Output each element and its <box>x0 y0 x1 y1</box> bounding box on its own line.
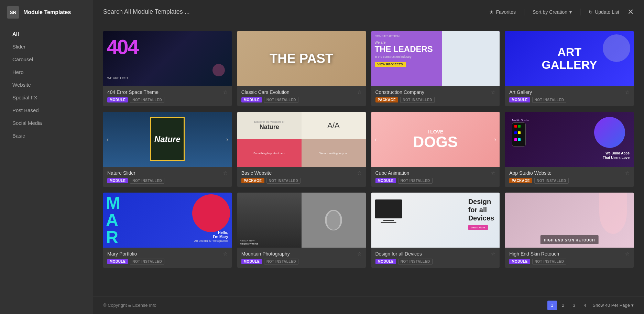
close-button[interactable]: ✕ <box>627 8 634 16</box>
card-title-row: Art Gallery ☆ <box>509 89 630 95</box>
card-art-gallery[interactable]: ARTGALLERY Art Gallery ☆ MODULE NOT INST… <box>505 31 634 106</box>
card-tags: MODULE NOT INSTALLED <box>107 259 228 264</box>
card-construction[interactable]: Construction We are THE LEADERS in the c… <box>371 31 500 106</box>
card-favorite-icon[interactable]: ☆ <box>625 251 630 257</box>
card-info-cube: Cube Animation ☆ MODULE NOT INSTALLED <box>371 167 500 187</box>
not-installed-tag: NOT INSTALLED <box>534 178 569 184</box>
card-classic-cars[interactable]: THE PAST Classic Cars Evolution ☆ MODULE… <box>237 31 366 106</box>
page-1-button[interactable]: 1 <box>547 301 557 310</box>
card-favorite-icon[interactable]: ☆ <box>223 170 228 176</box>
pagination: 1 2 3 4 <box>547 301 590 310</box>
copyright-link[interactable]: © Copyright & License Info <box>103 303 156 308</box>
main-panel: Search All Module Templates ... ★ Favori… <box>93 0 644 314</box>
not-installed-tag: NOT INSTALLED <box>130 259 164 264</box>
update-button[interactable]: ↻ Update List <box>589 9 619 15</box>
card-404-error[interactable]: 404 We Are Lost 404 Error Space Theme ☆ … <box>103 31 232 106</box>
card-favorite-icon[interactable]: ☆ <box>357 170 362 176</box>
sidebar-item-website[interactable]: Website <box>0 78 93 91</box>
sr-logo: SR <box>7 6 19 19</box>
card-tags: MODULE NOT INSTALLED <box>375 178 496 184</box>
card-info-404: 404 Error Space Theme ☆ MODULE NOT INSTA… <box>103 86 232 106</box>
sidebar-header: SR Module Templates <box>0 0 93 25</box>
card-title: Mountain Photography <box>241 251 290 257</box>
module-tag: MODULE <box>375 178 396 183</box>
not-installed-tag: NOT INSTALLED <box>398 259 433 264</box>
card-title-row: Nature Slider ☆ <box>107 170 228 176</box>
card-title-row: Design for all Devices ☆ <box>375 251 496 257</box>
module-tag: MODULE <box>107 259 128 264</box>
card-favorite-icon[interactable]: ☆ <box>625 170 630 176</box>
card-app-studio[interactable]: Mobile Studio We Build AppsThat Users Lo… <box>505 112 634 187</box>
card-tags: MODULE NOT INSTALLED <box>509 97 630 103</box>
card-mountain-photo[interactable]: Reach New Heights With Us Mountain Photo… <box>237 193 366 268</box>
card-favorite-icon[interactable]: ☆ <box>357 251 362 257</box>
card-favorite-icon[interactable]: ☆ <box>625 89 630 95</box>
package-tag: PACKAGE <box>509 178 532 183</box>
update-label: Update List <box>595 9 619 15</box>
card-tags: MODULE NOT INSTALLED <box>107 97 228 103</box>
card-favorite-icon[interactable]: ☆ <box>223 89 228 95</box>
sidebar-title: Module Templates <box>23 9 71 15</box>
card-thumb-basic: Discover the Wonders ofNature A/A Someth… <box>237 112 366 167</box>
card-info-nature: Nature Slider ☆ MODULE NOT INSTALLED <box>103 167 232 187</box>
module-tag: MODULE <box>375 259 396 264</box>
card-title-row: Basic Website ☆ <box>241 170 362 176</box>
card-title: High End Skin Retouch <box>509 251 559 257</box>
topbar-actions: ★ Favorites Sort by Creation ▾ ↻ Update … <box>489 8 634 16</box>
sidebar-item-specialfx[interactable]: Special FX <box>0 91 93 104</box>
card-thumb-cars: THE PAST <box>237 31 366 86</box>
sidebar-item-socialmedia[interactable]: Social Media <box>0 117 93 129</box>
module-tag: MODULE <box>107 97 128 102</box>
sidebar-item-all[interactable]: All <box>0 28 93 40</box>
sort-button[interactable]: Sort by Creation ▾ <box>533 9 572 15</box>
sidebar-item-basic[interactable]: Basic <box>0 129 93 142</box>
search-title: Search All Module Templates ... <box>103 8 482 15</box>
card-tags: PACKAGE NOT INSTALLED <box>509 178 630 184</box>
card-favorite-icon[interactable]: ☆ <box>223 251 228 257</box>
card-title-row: App Studio Website ☆ <box>509 170 630 176</box>
card-title: App Studio Website <box>509 170 552 176</box>
page-2-button[interactable]: 2 <box>558 301 568 310</box>
card-title: Design for all Devices <box>375 251 422 257</box>
card-tags: PACKAGE NOT INSTALLED <box>375 97 496 103</box>
card-title: Nature Slider <box>107 170 135 176</box>
not-installed-tag: NOT INSTALLED <box>130 97 164 103</box>
card-title-row: High End Skin Retouch ☆ <box>509 251 630 257</box>
sidebar-item-carousel[interactable]: Carousel <box>0 53 93 66</box>
card-title: Mary Portfolio <box>107 251 137 257</box>
favorites-button[interactable]: ★ Favorites <box>489 9 516 15</box>
card-design-devices[interactable]: Designfor allDevices Learn More Design f… <box>371 193 500 268</box>
card-info-artgallery: Art Gallery ☆ MODULE NOT INSTALLED <box>505 86 634 106</box>
card-favorite-icon[interactable]: ☆ <box>491 251 495 257</box>
card-favorite-icon[interactable]: ☆ <box>491 170 495 176</box>
card-tags: MODULE NOT INSTALLED <box>509 259 630 264</box>
card-info-skin: High End Skin Retouch ☆ MODULE NOT INSTA… <box>505 248 634 268</box>
template-grid: 404 We Are Lost 404 Error Space Theme ☆ … <box>103 31 634 268</box>
page-3-button[interactable]: 3 <box>569 301 579 310</box>
card-skin-retouch[interactable]: HIGH END SKIN RETOUCH High End Skin Reto… <box>505 193 634 268</box>
card-title-row: Cube Animation ☆ <box>375 170 496 176</box>
module-tag: MODULE <box>107 178 128 183</box>
sidebar-item-hero[interactable]: Hero <box>0 66 93 78</box>
card-info-app: App Studio Website ☆ PACKAGE NOT INSTALL… <box>505 167 634 187</box>
card-favorite-icon[interactable]: ☆ <box>357 89 362 95</box>
favorites-label: Favorites <box>496 9 516 15</box>
card-nature-slider[interactable]: Nature ‹ › Nature Slider ☆ MODULE NOT IN… <box>103 112 232 187</box>
not-installed-tag: NOT INSTALLED <box>264 259 298 264</box>
sidebar-item-slider[interactable]: Slider <box>0 40 93 53</box>
page-4-button[interactable]: 4 <box>580 301 590 310</box>
sidebar-item-postbased[interactable]: Post Based <box>0 104 93 117</box>
card-mary-portfolio[interactable]: MAR Hello,I'm Mary Art Director & Photog… <box>103 193 232 268</box>
card-thumb-photo: Reach New Heights With Us <box>237 193 366 248</box>
card-basic-website[interactable]: Discover the Wonders ofNature A/A Someth… <box>237 112 366 187</box>
card-thumb-artgallery: ARTGALLERY <box>505 31 634 86</box>
chevron-down-icon: ▾ <box>631 303 634 308</box>
card-thumb-cube: ‹ › I LOVE DOGS <box>371 112 500 167</box>
card-favorite-icon[interactable]: ☆ <box>491 89 495 95</box>
card-cube-animation[interactable]: ‹ › I LOVE DOGS Cube Animation ☆ MODULE … <box>371 112 500 187</box>
card-tags: PACKAGE NOT INSTALLED <box>241 178 362 184</box>
module-tag: MODULE <box>241 97 262 102</box>
grid-area: 404 We Are Lost 404 Error Space Theme ☆ … <box>93 24 644 296</box>
per-page-selector[interactable]: Show 40 Per Page ▾ <box>593 303 634 308</box>
module-tag: MODULE <box>509 259 530 264</box>
